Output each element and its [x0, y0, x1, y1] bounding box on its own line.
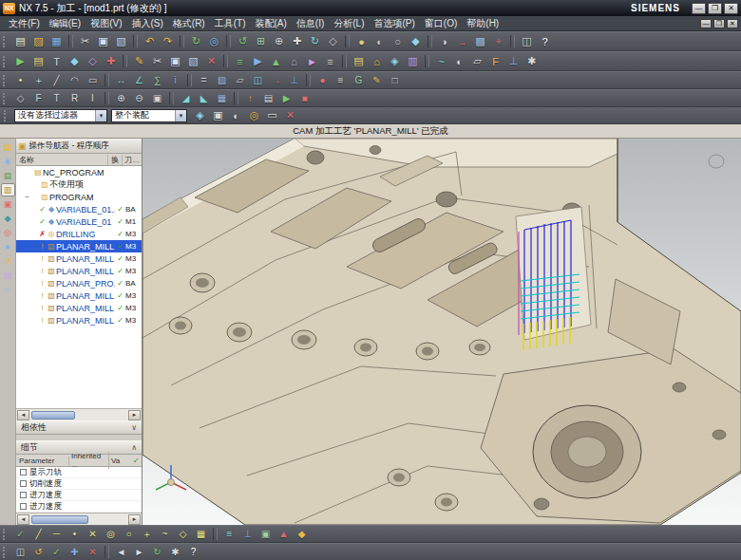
- menu-insert[interactable]: 插入(S): [126, 16, 167, 31]
- ipw-icon[interactable]: ▣: [257, 528, 274, 541]
- tree-row[interactable]: !▧PLANAR_MILL...✓M3: [16, 289, 142, 302]
- cancel-icon[interactable]: ✕: [85, 546, 101, 559]
- journal-icon[interactable]: ≡: [332, 74, 349, 87]
- macro-record-icon[interactable]: ●: [314, 74, 331, 87]
- window-icon[interactable]: ◫: [519, 34, 535, 49]
- tree-row[interactable]: !▧PLANAR_MILL...✓M3: [16, 314, 142, 327]
- stop-icon[interactable]: ■: [296, 92, 313, 105]
- edit-section-icon[interactable]: ◢: [178, 92, 194, 105]
- zoom-icon[interactable]: ⊕: [271, 34, 287, 49]
- open-icon[interactable]: ▨: [30, 34, 47, 49]
- studio-render-icon[interactable]: ◆: [408, 34, 424, 49]
- menu-file[interactable]: 文件(F): [4, 16, 45, 31]
- visual-parameters-icon[interactable]: ▧: [214, 74, 230, 87]
- web-browser-icon[interactable]: ●: [1, 240, 15, 253]
- new-file-icon[interactable]: ▤: [12, 34, 28, 49]
- plane-icon[interactable]: ◫: [250, 74, 266, 87]
- column-tool[interactable]: 刀…: [123, 155, 142, 165]
- chevron-down-icon[interactable]: ▼: [95, 110, 106, 121]
- fit-window-icon[interactable]: ⊞: [253, 34, 269, 49]
- tree-row[interactable]: ✗◎DRILLING✓M3: [16, 228, 142, 240]
- named-view-icon[interactable]: ◇: [12, 92, 28, 105]
- clear-selection-icon[interactable]: ✕: [282, 108, 298, 123]
- create-program-icon[interactable]: ▤: [30, 54, 47, 69]
- create-geometry-icon[interactable]: ◆: [66, 54, 83, 69]
- point-on-face-icon[interactable]: ◇: [175, 528, 191, 541]
- tree-row[interactable]: −▨PROGRAM: [16, 191, 142, 203]
- program-order-view-icon[interactable]: ▤: [351, 54, 367, 69]
- reuse-library-icon[interactable]: ◆: [1, 212, 15, 225]
- paste-icon[interactable]: ▧: [113, 34, 129, 49]
- point-on-curve-icon[interactable]: ~: [157, 528, 173, 541]
- checkbox[interactable]: [20, 469, 27, 476]
- checkbox[interactable]: [20, 492, 27, 498]
- collision-check-icon[interactable]: ◆: [294, 528, 310, 541]
- measure-angle-icon[interactable]: ∠: [131, 74, 147, 87]
- display-toolpath-icon[interactable]: ~: [433, 54, 449, 69]
- verify-toolpath-icon[interactable]: ▲: [268, 54, 284, 69]
- tool-display-toggle-icon[interactable]: ⊥: [239, 528, 256, 541]
- tree-row[interactable]: ✓◆VARIABLE_01...✓BA: [16, 203, 142, 215]
- column-name[interactable]: 名称: [16, 155, 108, 165]
- clip-section-icon[interactable]: ◣: [196, 92, 212, 105]
- shop-doc-icon[interactable]: ≡: [322, 54, 338, 69]
- tree-row[interactable]: !▧PLANAR_MILL✓M3: [16, 240, 142, 252]
- column-value[interactable]: Va: [109, 457, 130, 465]
- tool-display-icon[interactable]: ⊥: [505, 54, 522, 69]
- dialog-mode-icon[interactable]: ◫: [12, 546, 28, 559]
- machining-feature-navigator-icon[interactable]: ▣: [1, 197, 15, 211]
- hd3d-tool-icon[interactable]: ◎: [1, 226, 15, 239]
- menu-tools[interactable]: 工具(T): [210, 16, 251, 31]
- show-2d-ipw-icon[interactable]: ▱: [469, 54, 485, 69]
- menu-information[interactable]: 信息(I): [292, 16, 329, 31]
- detail-row[interactable]: 显示刀轨: [16, 467, 142, 478]
- tree-row[interactable]: !▧PLANAR_MILL...✓M3: [16, 252, 142, 265]
- scroll-right-icon[interactable]: ►: [128, 514, 141, 525]
- paste-object-icon[interactable]: ▧: [185, 54, 201, 69]
- interpart-select-icon[interactable]: ◈: [192, 108, 208, 123]
- boundary-icon[interactable]: ▱: [232, 74, 248, 87]
- front-view-icon[interactable]: F: [30, 92, 47, 105]
- snapshot-icon[interactable]: ▭: [264, 108, 280, 123]
- generate-toolpath-icon[interactable]: ≡: [232, 54, 248, 69]
- checkbox[interactable]: [20, 503, 27, 510]
- up-one-level-icon[interactable]: ↑: [242, 92, 258, 105]
- zoom-out-icon[interactable]: ⊖: [131, 92, 147, 105]
- show-hide-icon[interactable]: ◑: [436, 34, 452, 49]
- create-tool-icon[interactable]: T: [48, 54, 65, 69]
- ok-icon[interactable]: ✓: [48, 546, 65, 559]
- history-icon[interactable]: ↺: [1, 254, 15, 268]
- options-icon[interactable]: ✱: [523, 54, 540, 69]
- enable-snap-icon[interactable]: ✓: [12, 528, 28, 541]
- wcs-orient-icon[interactable]: ＋: [490, 34, 506, 49]
- column-parameter[interactable]: Parameter: [16, 457, 69, 465]
- point-dialog-icon[interactable]: ＋: [30, 74, 47, 87]
- machine-tool-view-icon[interactable]: ⌂: [369, 54, 385, 69]
- tree-row[interactable]: !▧PLANAR_MILL✓M3: [16, 265, 142, 277]
- tree-horizontal-scrollbar[interactable]: ◄ ►: [16, 408, 142, 420]
- create-operation-icon[interactable]: ✚: [103, 54, 119, 69]
- tree-row[interactable]: ✓◆VARIABLE_01✓M1: [16, 215, 142, 228]
- cut-object-icon[interactable]: ✂: [149, 54, 165, 69]
- detail-row[interactable]: 进刀速度: [16, 501, 142, 513]
- copy-object-icon[interactable]: ▣: [167, 54, 183, 69]
- doc-restore-button[interactable]: ❒: [713, 19, 725, 28]
- column-toolchange[interactable]: 换: [108, 155, 123, 165]
- reset-dialog-icon[interactable]: ↺: [30, 546, 47, 559]
- top-view-icon[interactable]: T: [48, 92, 65, 105]
- previous-icon[interactable]: ◄: [113, 546, 129, 559]
- scroll-right-icon[interactable]: ►: [128, 410, 141, 420]
- menu-help[interactable]: 帮助(H): [462, 16, 504, 31]
- fullscreen-icon[interactable]: □: [387, 74, 403, 87]
- dependencies-section-header[interactable]: 相依性 ∨: [16, 420, 142, 435]
- refresh-view-icon[interactable]: ↺: [235, 34, 251, 49]
- edit-object-icon[interactable]: ✎: [131, 54, 147, 69]
- bounded-grid-icon[interactable]: ▦: [193, 528, 209, 541]
- tree-expander-icon[interactable]: −: [23, 193, 31, 201]
- scrollbar-thumb[interactable]: [31, 515, 88, 524]
- checkbox[interactable]: [20, 480, 27, 487]
- undo-icon[interactable]: ↶: [142, 34, 158, 49]
- assembly-navigator-icon[interactable]: ▦: [1, 140, 15, 154]
- method-view-icon[interactable]: ▥: [405, 54, 421, 69]
- help-icon[interactable]: ?: [537, 34, 553, 49]
